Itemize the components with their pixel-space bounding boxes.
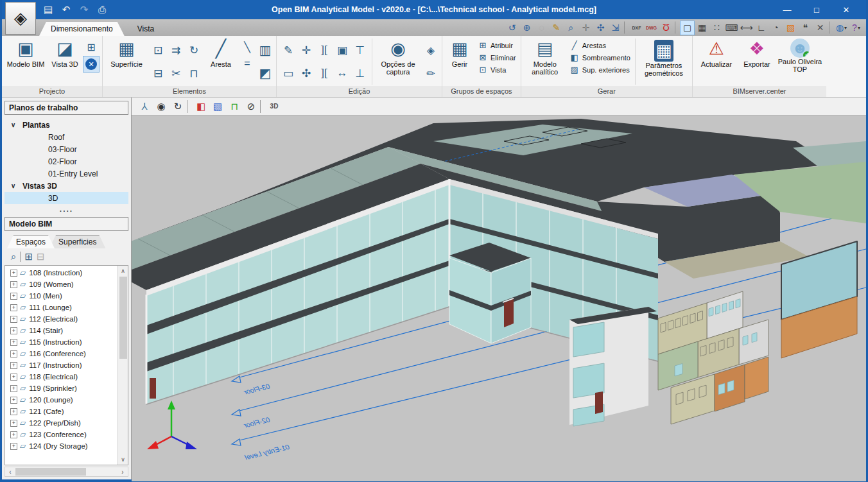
surface-tool-icon[interactable]: ⊟ — [150, 65, 166, 81]
expand-node-icon[interactable]: + — [10, 270, 17, 277]
edit-tool-icon[interactable]: ✎ — [280, 42, 297, 58]
edit-tool-icon[interactable]: ▣ — [334, 42, 351, 58]
zoom-previous-icon[interactable]: ↺ — [505, 21, 519, 35]
dimension-icon[interactable]: ⟷ — [739, 21, 754, 35]
side-plane-icon[interactable]: ◧ — [193, 99, 209, 114]
zoom-window-icon[interactable]: ⌕ — [564, 21, 578, 35]
orbit-view-icon[interactable]: ◉ — [153, 99, 169, 114]
space-list-item[interactable]: + ▱ 124 (Dry Storage) — [5, 440, 117, 452]
expand-node-icon[interactable]: + — [10, 281, 17, 288]
canvas-3d[interactable]: Roof 03-Floor 02-Floor 01-Entry Level — [132, 116, 866, 481]
space-list-item[interactable]: + ▱ 115 (Instruction) — [5, 336, 117, 348]
grid-tool-icon[interactable]: ▦ — [695, 21, 709, 35]
space-list-item[interactable]: + ▱ 108 (Instruction) — [5, 267, 117, 279]
scroll-down-icon[interactable]: ∨ — [121, 454, 125, 465]
help-book-icon[interactable]: ? — [849, 21, 864, 35]
expand-node-icon[interactable]: + — [10, 327, 17, 334]
angle-icon[interactable]: ∟ — [754, 21, 768, 35]
undo-button[interactable]: ↶ — [58, 4, 74, 15]
collapse-all-icon[interactable]: ⊟ — [37, 251, 45, 263]
arestas-button[interactable]: ╱ Arestas — [568, 39, 632, 51]
space-list-item[interactable]: + ▱ 122 (Prep/Dish) — [5, 417, 117, 429]
tree-item[interactable]: ∨Vistas 3D — [4, 180, 128, 192]
expand-node-icon[interactable]: + — [10, 293, 17, 300]
vista-3d-button[interactable]: ◪ Vista 3D — [48, 37, 82, 86]
pan-icon[interactable]: ✛ — [578, 21, 593, 35]
expand-all-icon[interactable]: ⊞ — [24, 251, 33, 263]
expand-node-icon[interactable]: + — [10, 316, 17, 323]
horizontal-scrollbar[interactable]: ‹ › — [4, 467, 128, 477]
superficie-button[interactable]: ▦ Superfície — [105, 37, 148, 86]
wall-tool-icon[interactable]: ▥ — [257, 39, 273, 61]
exportar-button[interactable]: ❖ Exportar — [739, 37, 775, 86]
scroll-thumb[interactable] — [119, 277, 127, 359]
expand-node-icon[interactable]: + — [10, 374, 17, 381]
frame-tool-icon[interactable]: ▢ — [680, 21, 695, 35]
redo-button[interactable]: ↷ — [76, 4, 92, 15]
edit-tool-icon[interactable]: ⊥ — [352, 65, 369, 81]
edge-tool-icon[interactable]: = — [239, 56, 256, 71]
tree-item[interactable]: ∨03-Floor — [4, 143, 128, 155]
expand-node-icon[interactable]: + — [10, 408, 17, 415]
surface-tool-icon[interactable]: ✂ — [168, 65, 184, 81]
expand-node-icon[interactable]: + — [10, 443, 17, 450]
dxf-dwg-layers-icon[interactable]: DWG — [644, 21, 659, 35]
tree-item[interactable]: ∨02-Floor — [4, 155, 128, 168]
redraw-icon[interactable]: ✎ — [549, 21, 564, 35]
zoom-selection-icon[interactable]: ◌ — [534, 21, 549, 35]
surface-tool-icon[interactable]: ⇉ — [168, 42, 184, 58]
edit-tool-icon[interactable]: ✣ — [298, 65, 315, 81]
sync-tree-button[interactable]: ⊞ — [83, 39, 100, 55]
axes-tripod-icon[interactable]: ⅄ — [137, 99, 152, 114]
aresta-button[interactable]: ╱ Aresta — [204, 37, 238, 86]
tab-espacos[interactable]: Espaços — [7, 235, 55, 248]
modelo-bim-button[interactable]: ▣ Modelo BIM — [4, 37, 47, 86]
surface-tool-icon[interactable]: ↻ — [186, 42, 202, 58]
selection-box-icon[interactable]: ▧ — [783, 21, 798, 35]
parametros-geometricos-button[interactable]: ▦ Parâmetros geométricos — [638, 37, 690, 86]
protractor-icon[interactable]: ◔ — [768, 21, 783, 35]
hscroll-thumb[interactable] — [15, 468, 86, 476]
atribuir-button[interactable]: ⊞ Atribuir — [476, 39, 518, 51]
web-globe-icon[interactable]: ◍ — [834, 21, 849, 35]
space-list-item[interactable]: + ▱ 117 (Instruction) — [5, 359, 117, 371]
expand-node-icon[interactable]: + — [10, 420, 17, 427]
actualizar-button[interactable]: ⚠ Actualizar — [695, 37, 738, 86]
print-view-button[interactable]: ⎙ — [94, 4, 110, 15]
expand-node-icon[interactable]: + — [10, 431, 17, 438]
space-list-item[interactable]: + ▱ 120 (Lounge) — [5, 394, 117, 406]
space-list-item[interactable]: + ▱ 119 (Sprinkler) — [5, 383, 117, 394]
dot-grid-icon[interactable]: ∷ — [709, 21, 724, 35]
opcoes-captura-button[interactable]: ◉ Opções de captura — [375, 37, 421, 86]
tab-superficies[interactable]: Superficies — [49, 235, 105, 248]
surface-tool-icon[interactable]: ⊡ — [150, 42, 166, 58]
maximize-button[interactable]: □ — [802, 0, 831, 19]
full-screen-icon[interactable]: ⇲ — [608, 21, 623, 35]
edit-tool-icon[interactable]: ⊤ — [352, 42, 369, 58]
edit-tool-icon[interactable]: ↔ — [334, 65, 351, 81]
space-list-item[interactable]: + ▱ 111 (Lounge) — [5, 302, 117, 313]
modelo-analitico-button[interactable]: ▤ Modelo analítico — [524, 37, 566, 86]
model-3d-svg[interactable]: Roof 03-Floor 02-Floor 01-Entry Level — [132, 116, 866, 479]
wall-tool-icon[interactable]: ◩ — [257, 62, 273, 84]
space-list-item[interactable]: + ▱ 121 (Cafe) — [5, 406, 117, 417]
save-button[interactable]: ▤ — [40, 4, 56, 15]
space-list-item[interactable]: + ▱ 109 (Women) — [5, 279, 117, 290]
tab-vista[interactable]: Vista — [126, 22, 166, 36]
tree-item[interactable]: ∨01-Entry Level — [4, 168, 128, 180]
rotate-view-icon[interactable]: ↻ — [170, 99, 186, 114]
gerir-button[interactable]: ▦ Gerir — [445, 37, 474, 86]
space-list-item[interactable]: + ▱ 123 (Conference) — [5, 429, 117, 440]
expand-node-icon[interactable]: + — [10, 350, 17, 357]
capture-tool-icon[interactable]: ◈ — [422, 39, 439, 61]
expand-node-icon[interactable]: + — [10, 339, 17, 346]
edit-tool-icon[interactable]: ▭ — [280, 65, 297, 81]
space-list-item[interactable]: + ▱ 112 (Electrical) — [5, 313, 117, 325]
search-icon[interactable]: ⌕ — [11, 251, 16, 263]
edit-tool-icon[interactable]: ][ — [316, 65, 333, 81]
scroll-up-icon[interactable]: ∧ — [121, 266, 125, 276]
top-plane-icon[interactable]: ⊓ — [227, 99, 242, 114]
expand-node-icon[interactable]: + — [10, 362, 17, 369]
sup-exteriores-button[interactable]: ▨ Sup. exteriores — [568, 64, 632, 76]
sombreamento-button[interactable]: ◧ Sombreamento — [568, 51, 632, 64]
